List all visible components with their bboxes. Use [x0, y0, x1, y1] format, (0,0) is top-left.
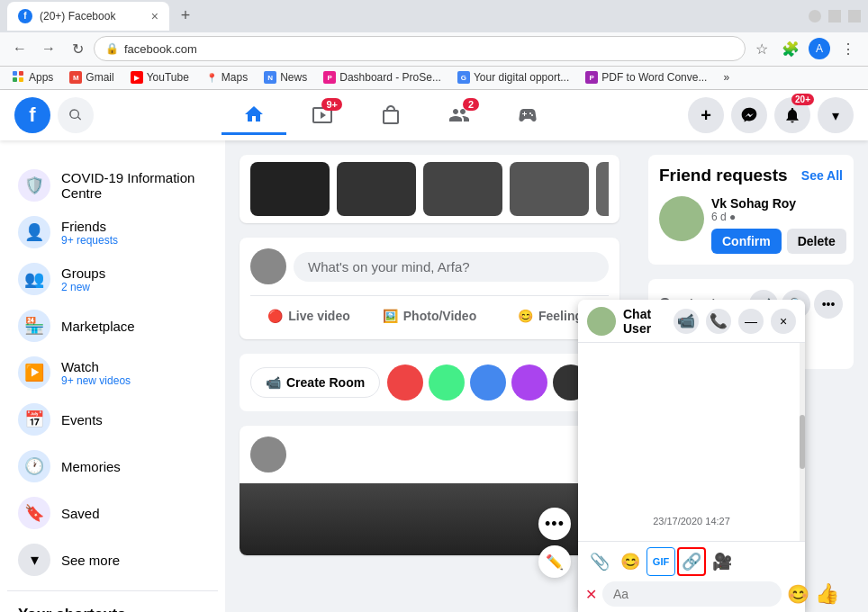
chat-video-clip-button[interactable]: 🎥	[708, 547, 737, 576]
bookmark-maps[interactable]: 📍 Maps	[200, 69, 253, 86]
composer-input[interactable]: What's on your mind, Arfa?	[294, 252, 609, 282]
bookmark-youtube[interactable]: ▶ YouTube	[125, 69, 194, 86]
live-video-button[interactable]: 🔴 Live video	[250, 303, 367, 328]
sidebar-item-groups[interactable]: 👥 Groups 2 new	[7, 256, 218, 302]
nav-gaming[interactable]	[495, 96, 560, 135]
bookmark-google-label: Your digital opport...	[474, 71, 569, 84]
story-item[interactable]	[423, 162, 502, 216]
create-room-button[interactable]: 📹 Create Room	[250, 367, 380, 398]
stories-list	[250, 162, 609, 216]
nav-watch[interactable]: 9+	[290, 96, 355, 135]
chat-minimize-button[interactable]: —	[738, 309, 764, 334]
shortcuts-title: Your shortcuts	[7, 598, 218, 612]
chat-close-button[interactable]: ×	[771, 309, 796, 334]
notifications-button[interactable]: 20+	[774, 97, 810, 133]
request-name: Vk Sohag Roy	[711, 196, 846, 211]
maximize-window-button[interactable]	[828, 10, 841, 22]
chat-delete-button[interactable]: ✕	[585, 586, 597, 603]
create-button[interactable]: +	[688, 97, 724, 133]
story-item[interactable]	[596, 162, 609, 216]
browser-tab[interactable]: f (20+) Facebook ×	[7, 2, 169, 31]
chat-timestamp: 23/17/2020 14:27	[585, 516, 798, 526]
new-tab-button[interactable]: +	[173, 4, 198, 29]
close-window-button[interactable]	[848, 10, 861, 22]
sidebar-item-marketplace[interactable]: 🏪 Marketplace	[7, 302, 218, 349]
chat-name: Chat User	[623, 307, 666, 336]
chat-video-button[interactable]: 📹	[674, 309, 699, 334]
back-button[interactable]: ←	[7, 36, 32, 61]
chat-scrollbar-thumb	[800, 415, 805, 469]
bookmark-google[interactable]: G Your digital opport...	[452, 69, 574, 86]
nav-home[interactable]	[222, 96, 286, 135]
sidebar-item-saved[interactable]: 🔖 Saved	[7, 490, 218, 536]
memories-icon: 🕐	[18, 450, 50, 482]
chat-attach-button[interactable]: 📎	[585, 547, 614, 576]
nav-marketplace[interactable]	[358, 96, 423, 135]
delete-button[interactable]: Delete	[787, 229, 846, 254]
bookmarks-button[interactable]: ☆	[749, 36, 774, 61]
bookmark-apps[interactable]: Apps	[7, 69, 59, 86]
tab-favicon: f	[18, 9, 32, 23]
bookmark-news[interactable]: N News	[258, 69, 312, 86]
tab-close-button[interactable]: ×	[151, 9, 158, 23]
create-room-label: Create Room	[286, 375, 365, 390]
chat-like-button[interactable]: 👍	[815, 582, 839, 606]
extensions-button[interactable]: 🧩	[778, 36, 803, 61]
profile-button[interactable]: A	[807, 36, 832, 61]
account-dropdown-button[interactable]: ▾	[818, 97, 854, 133]
sidebar-saved-label: Saved	[61, 506, 100, 521]
minimize-window-button[interactable]	[809, 10, 821, 22]
friend-requests-header: Friend requests See All	[659, 166, 843, 185]
chat-scrollbar[interactable]	[800, 343, 805, 541]
facebook-nav-right: + 20+ ▾	[688, 97, 854, 133]
bookmark-pdf-label: PDF to Word Conve...	[601, 71, 707, 84]
chat-edit-button[interactable]: ✏️	[538, 545, 571, 578]
chat-footer: 📎 😊 GIF 🔗 🎥 ✕ 😊 👍	[578, 541, 805, 612]
chat-emoji-button[interactable]: 😊	[787, 583, 809, 605]
sidebar-item-friends[interactable]: 👤 Friends 9+ requests	[7, 209, 218, 256]
sidebar-covid-text: COVID-19 Information Centre	[61, 170, 207, 201]
address-bar[interactable]: 🔒 facebook.com	[94, 36, 746, 61]
photo-video-icon: 🖼️	[383, 309, 398, 323]
story-item[interactable]	[250, 162, 330, 216]
watch-badge: 9+	[321, 98, 342, 111]
chat-more-options-button[interactable]: •••	[538, 508, 571, 540]
forward-button[interactable]: →	[36, 36, 61, 61]
bookmark-gmail[interactable]: M Gmail	[64, 69, 119, 86]
facebook-app: f 9+ 2 +	[0, 90, 868, 612]
story-item[interactable]	[510, 162, 589, 216]
search-button[interactable]	[58, 97, 94, 133]
see-all-link[interactable]: See All	[801, 168, 843, 183]
sidebar-item-covid[interactable]: 🛡️ COVID-19 Information Centre	[7, 162, 218, 209]
nav-groups[interactable]: 2	[427, 96, 492, 135]
sidebar-marketplace-text: Marketplace	[61, 319, 135, 334]
chat-link-button[interactable]: 🔗	[677, 547, 706, 576]
story-item[interactable]	[337, 162, 416, 216]
sidebar-item-memories[interactable]: 🕐 Memories	[7, 443, 218, 490]
chat-input-row: ✕ 😊 👍	[585, 581, 798, 607]
request-avatar	[659, 196, 704, 241]
bookmark-pdf[interactable]: P PDF to Word Conve...	[580, 69, 712, 86]
friend-request-item: Vk Sohag Roy 6 d ● Confirm Delete	[659, 196, 843, 254]
friends-icon: 👤	[18, 216, 50, 248]
messenger-button[interactable]	[731, 97, 767, 133]
left-sidebar: 🛡️ COVID-19 Information Centre 👤 Friends…	[0, 140, 225, 612]
chat-window: Chat User 📹 📞 — × 23/17/2020 14:27 📎 😊 G…	[578, 300, 805, 612]
contacts-more-button[interactable]: •••	[814, 290, 843, 319]
svg-rect-0	[13, 71, 17, 76]
bookmark-dashboard[interactable]: P Dashboard - ProSe...	[318, 69, 447, 86]
chat-gif-button[interactable]: GIF	[646, 547, 675, 576]
menu-button[interactable]: ⋮	[836, 36, 861, 61]
chat-sticker-button[interactable]: 😊	[616, 547, 645, 576]
sidebar-item-watch[interactable]: ▶️ Watch 9+ new videos	[7, 349, 218, 396]
more-bookmarks-button[interactable]: »	[718, 69, 735, 86]
sidebar-friends-text: Friends 9+ requests	[61, 219, 118, 247]
chat-input[interactable]	[602, 581, 782, 607]
confirm-button[interactable]: Confirm	[711, 229, 782, 254]
photo-video-button[interactable]: 🖼️ Photo/Video	[371, 303, 488, 328]
saved-icon: 🔖	[18, 497, 50, 529]
sidebar-item-events[interactable]: 📅 Events	[7, 396, 218, 443]
sidebar-item-see-more[interactable]: ▾ See more	[7, 536, 218, 583]
refresh-button[interactable]: ↻	[65, 36, 90, 61]
chat-call-button[interactable]: 📞	[706, 309, 731, 334]
